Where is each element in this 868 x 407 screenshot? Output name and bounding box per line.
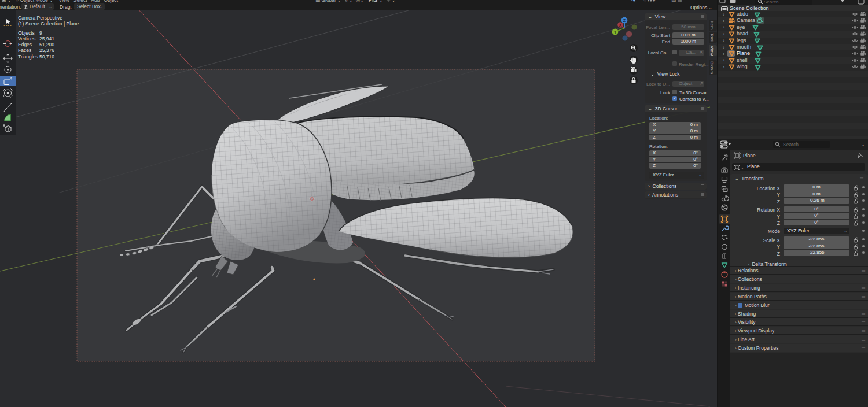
svg-text:X: X [619, 23, 622, 27]
svg-text:Y: Y [614, 30, 617, 34]
svg-text:Z: Z [623, 18, 626, 23]
